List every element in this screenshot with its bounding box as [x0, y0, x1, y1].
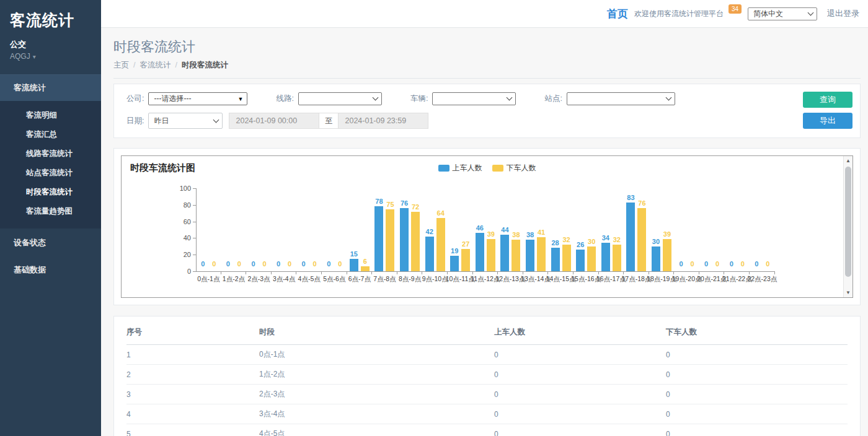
bar-column: 78 — [374, 188, 383, 271]
sidebar-item-period-flow-stats[interactable]: 时段客流统计 — [0, 183, 101, 202]
export-button[interactable]: 导出 — [803, 113, 852, 129]
sidebar-item-line-flow-stats[interactable]: 线路客流统计 — [0, 144, 101, 164]
bar-value-label: 0 — [277, 261, 280, 268]
date-from-input[interactable] — [229, 113, 319, 129]
chart-bar[interactable] — [487, 239, 495, 271]
chart-bar[interactable] — [652, 246, 660, 271]
bar-value-label: 0 — [327, 261, 330, 268]
chart-bar[interactable] — [526, 240, 534, 271]
scroll-up-icon[interactable]: ▲ — [844, 156, 852, 165]
bar-value-label: 38 — [512, 232, 520, 238]
line-select[interactable] — [298, 92, 382, 105]
bar-column: 83 — [626, 188, 635, 271]
sidebar-item-station-flow-stats[interactable]: 站点客流统计 — [0, 164, 101, 183]
bar-value-label: 0 — [680, 261, 683, 268]
line-label: 线路: — [276, 94, 293, 104]
user-menu[interactable]: AQGJ▾ — [10, 52, 101, 61]
legend-item[interactable]: 上车人数 — [438, 163, 482, 173]
app-logo[interactable]: 客流统计 — [0, 0, 101, 30]
chart-bar[interactable] — [425, 237, 434, 271]
query-button[interactable]: 查询 — [803, 92, 852, 108]
sidebar-item-flow-trend-chart[interactable]: 客流量趋势图 — [0, 202, 101, 221]
chart-bar[interactable] — [450, 256, 459, 271]
chevron-down-icon — [665, 95, 671, 101]
company-value: ---请选择--- — [154, 94, 191, 104]
sidebar-item-base-data[interactable]: 基础数据 — [0, 257, 101, 283]
chart-bar[interactable] — [361, 266, 370, 271]
chart-bar[interactable] — [663, 239, 671, 271]
chart-scrollbar[interactable]: ▲ ▼ — [843, 156, 852, 297]
x-axis-label: 5点-6点 — [322, 273, 347, 282]
language-select[interactable]: 简体中文 — [748, 7, 817, 20]
table-cell: 0 — [666, 345, 848, 365]
chart-bar[interactable] — [587, 246, 596, 271]
table-row: 54点-5点00 — [126, 424, 848, 436]
chart-bar[interactable] — [350, 259, 358, 271]
chart-bar[interactable] — [386, 209, 394, 272]
table-cell: 0 — [494, 365, 666, 385]
sidebar-item-device-status[interactable]: 设备状态 — [0, 230, 101, 256]
bar-column: 0 — [324, 188, 333, 271]
chart-bar[interactable] — [400, 208, 409, 271]
date-range-separator: 至 — [319, 113, 338, 129]
sidebar-item-passenger-flow-stats[interactable]: 客流统计 — [0, 74, 101, 101]
chart-bar[interactable] — [512, 240, 520, 271]
chart-bar[interactable] — [476, 233, 484, 271]
bar-column: 0 — [738, 188, 747, 271]
caret-down-icon: ▾ — [33, 53, 36, 60]
chart-bar[interactable] — [626, 203, 635, 271]
chart-bar[interactable] — [500, 235, 509, 271]
legend-swatch — [438, 165, 450, 172]
breadcrumb-item[interactable]: 主页 — [113, 61, 129, 69]
table-cell: 0 — [494, 385, 666, 404]
bar-column: 0 — [677, 188, 686, 271]
home-link[interactable]: 首页 — [607, 7, 628, 21]
table-header-cell: 时段 — [259, 319, 494, 345]
station-select[interactable] — [567, 92, 675, 105]
chart-bar[interactable] — [551, 248, 560, 271]
sidebar-item-flow-detail[interactable]: 客流明细 — [0, 106, 101, 125]
filter-row-2: 日期: 昨日 至 — [126, 113, 792, 129]
bar-column: 0 — [235, 188, 244, 271]
date-label: 日期: — [126, 116, 144, 126]
legend-item[interactable]: 下车人数 — [492, 163, 536, 173]
table-cell: 0 — [666, 385, 848, 404]
bar-column: 0 — [702, 188, 711, 271]
chart-bar[interactable] — [613, 245, 621, 271]
chart-bar[interactable] — [637, 208, 646, 271]
sidebar-item-flow-summary[interactable]: 客流汇总 — [0, 125, 101, 144]
filter-panel: 公司: ---请选择--- ▼ 线路: 车辆: — [113, 84, 861, 138]
logout-link[interactable]: 退出登录 — [827, 8, 859, 19]
x-axis-labels: 0点-1点1点-2点2点-3点3点-4点4点-5点5点-6点6点-7点7点-8点… — [196, 273, 775, 282]
chart-bar[interactable] — [562, 245, 571, 271]
notification-badge[interactable]: 34 — [728, 4, 742, 14]
chart-bar[interactable] — [461, 249, 470, 271]
date-preset-select[interactable]: 昨日 — [148, 113, 223, 129]
chart-bar[interactable] — [374, 206, 383, 271]
chart-bar[interactable] — [601, 243, 610, 271]
bar-column: 30 — [652, 188, 660, 271]
bar-column: 39 — [487, 188, 495, 271]
scroll-down-icon[interactable]: ▼ — [844, 288, 852, 297]
y-axis-label: 0 — [171, 268, 191, 275]
table-cell: 4 — [126, 404, 259, 424]
scrollbar-thumb[interactable] — [845, 167, 851, 277]
bar-column: 64 — [436, 188, 445, 271]
bar-group: 00 — [296, 188, 322, 271]
chart-bar[interactable] — [411, 212, 420, 271]
chart-bar[interactable] — [436, 218, 445, 271]
chart-bar[interactable] — [576, 250, 585, 271]
date-to-input[interactable] — [338, 113, 428, 129]
table-header-cell: 序号 — [126, 319, 259, 345]
chart-bar[interactable] — [537, 237, 546, 271]
bar-value-label: 19 — [451, 248, 458, 255]
vehicle-select[interactable] — [432, 92, 516, 105]
x-axis-label: 12点-13点 — [498, 273, 523, 282]
x-axis-label: 17点-18点 — [624, 273, 649, 282]
bar-column: 0 — [763, 188, 772, 271]
bar-column: 34 — [601, 188, 610, 271]
bar-value-label: 42 — [426, 229, 433, 235]
chart-panel: 时段车流统计图 上车人数下车人数 ▲ ▼ 0204060801000000000… — [113, 148, 861, 305]
breadcrumb-item[interactable]: 客流统计 — [140, 61, 170, 69]
company-select[interactable]: ---请选择--- ▼ — [148, 92, 247, 105]
